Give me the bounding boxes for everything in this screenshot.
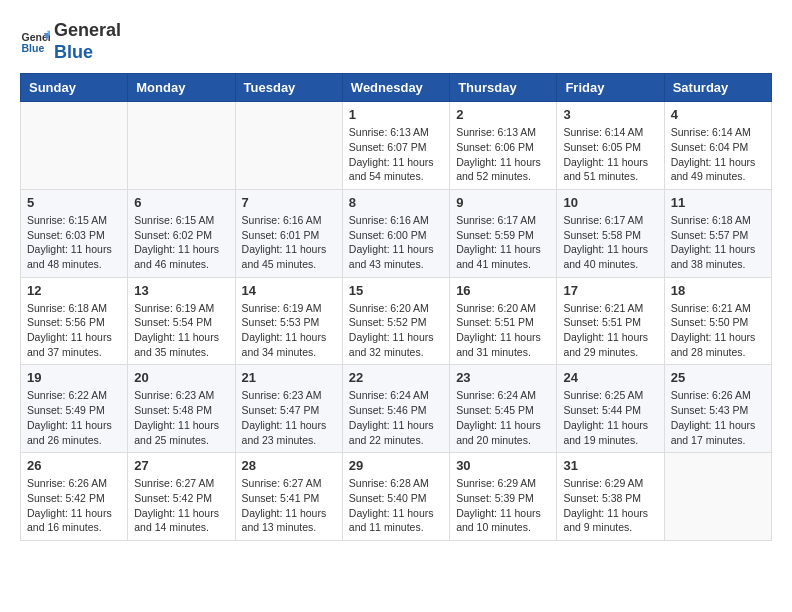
day-number: 1 <box>349 107 443 122</box>
day-info: Sunrise: 6:18 AM Sunset: 5:56 PM Dayligh… <box>27 301 121 360</box>
weekday-header-friday: Friday <box>557 74 664 102</box>
calendar-cell: 14Sunrise: 6:19 AM Sunset: 5:53 PM Dayli… <box>235 277 342 365</box>
calendar-cell: 22Sunrise: 6:24 AM Sunset: 5:46 PM Dayli… <box>342 365 449 453</box>
day-info: Sunrise: 6:20 AM Sunset: 5:51 PM Dayligh… <box>456 301 550 360</box>
calendar-cell: 7Sunrise: 6:16 AM Sunset: 6:01 PM Daylig… <box>235 189 342 277</box>
calendar-cell: 31Sunrise: 6:29 AM Sunset: 5:38 PM Dayli… <box>557 453 664 541</box>
calendar-cell <box>235 102 342 190</box>
day-number: 7 <box>242 195 336 210</box>
day-info: Sunrise: 6:26 AM Sunset: 5:43 PM Dayligh… <box>671 388 765 447</box>
day-info: Sunrise: 6:15 AM Sunset: 6:02 PM Dayligh… <box>134 213 228 272</box>
calendar-week-row: 1Sunrise: 6:13 AM Sunset: 6:07 PM Daylig… <box>21 102 772 190</box>
weekday-header-tuesday: Tuesday <box>235 74 342 102</box>
calendar-cell: 25Sunrise: 6:26 AM Sunset: 5:43 PM Dayli… <box>664 365 771 453</box>
calendar-cell: 10Sunrise: 6:17 AM Sunset: 5:58 PM Dayli… <box>557 189 664 277</box>
day-number: 11 <box>671 195 765 210</box>
calendar-cell: 8Sunrise: 6:16 AM Sunset: 6:00 PM Daylig… <box>342 189 449 277</box>
day-number: 28 <box>242 458 336 473</box>
day-info: Sunrise: 6:15 AM Sunset: 6:03 PM Dayligh… <box>27 213 121 272</box>
day-info: Sunrise: 6:29 AM Sunset: 5:39 PM Dayligh… <box>456 476 550 535</box>
calendar-cell: 23Sunrise: 6:24 AM Sunset: 5:45 PM Dayli… <box>450 365 557 453</box>
calendar-week-row: 12Sunrise: 6:18 AM Sunset: 5:56 PM Dayli… <box>21 277 772 365</box>
day-info: Sunrise: 6:25 AM Sunset: 5:44 PM Dayligh… <box>563 388 657 447</box>
calendar-week-row: 19Sunrise: 6:22 AM Sunset: 5:49 PM Dayli… <box>21 365 772 453</box>
day-number: 20 <box>134 370 228 385</box>
day-number: 30 <box>456 458 550 473</box>
day-info: Sunrise: 6:19 AM Sunset: 5:54 PM Dayligh… <box>134 301 228 360</box>
day-number: 8 <box>349 195 443 210</box>
weekday-header-monday: Monday <box>128 74 235 102</box>
day-info: Sunrise: 6:18 AM Sunset: 5:57 PM Dayligh… <box>671 213 765 272</box>
day-info: Sunrise: 6:26 AM Sunset: 5:42 PM Dayligh… <box>27 476 121 535</box>
day-info: Sunrise: 6:23 AM Sunset: 5:47 PM Dayligh… <box>242 388 336 447</box>
day-number: 16 <box>456 283 550 298</box>
day-number: 2 <box>456 107 550 122</box>
calendar-cell: 29Sunrise: 6:28 AM Sunset: 5:40 PM Dayli… <box>342 453 449 541</box>
calendar-cell: 20Sunrise: 6:23 AM Sunset: 5:48 PM Dayli… <box>128 365 235 453</box>
day-number: 21 <box>242 370 336 385</box>
day-number: 18 <box>671 283 765 298</box>
calendar-table: SundayMondayTuesdayWednesdayThursdayFrid… <box>20 73 772 541</box>
calendar-cell: 9Sunrise: 6:17 AM Sunset: 5:59 PM Daylig… <box>450 189 557 277</box>
calendar-cell: 24Sunrise: 6:25 AM Sunset: 5:44 PM Dayli… <box>557 365 664 453</box>
weekday-header-saturday: Saturday <box>664 74 771 102</box>
calendar-week-row: 26Sunrise: 6:26 AM Sunset: 5:42 PM Dayli… <box>21 453 772 541</box>
day-number: 17 <box>563 283 657 298</box>
weekday-header-sunday: Sunday <box>21 74 128 102</box>
calendar-cell: 4Sunrise: 6:14 AM Sunset: 6:04 PM Daylig… <box>664 102 771 190</box>
calendar-cell: 3Sunrise: 6:14 AM Sunset: 6:05 PM Daylig… <box>557 102 664 190</box>
calendar-cell: 1Sunrise: 6:13 AM Sunset: 6:07 PM Daylig… <box>342 102 449 190</box>
calendar-cell: 6Sunrise: 6:15 AM Sunset: 6:02 PM Daylig… <box>128 189 235 277</box>
day-number: 19 <box>27 370 121 385</box>
day-number: 15 <box>349 283 443 298</box>
day-number: 29 <box>349 458 443 473</box>
day-info: Sunrise: 6:24 AM Sunset: 5:45 PM Dayligh… <box>456 388 550 447</box>
day-number: 4 <box>671 107 765 122</box>
day-number: 3 <box>563 107 657 122</box>
day-info: Sunrise: 6:13 AM Sunset: 6:07 PM Dayligh… <box>349 125 443 184</box>
day-info: Sunrise: 6:29 AM Sunset: 5:38 PM Dayligh… <box>563 476 657 535</box>
calendar-body: 1Sunrise: 6:13 AM Sunset: 6:07 PM Daylig… <box>21 102 772 541</box>
calendar-cell: 19Sunrise: 6:22 AM Sunset: 5:49 PM Dayli… <box>21 365 128 453</box>
calendar-cell: 5Sunrise: 6:15 AM Sunset: 6:03 PM Daylig… <box>21 189 128 277</box>
calendar-cell: 2Sunrise: 6:13 AM Sunset: 6:06 PM Daylig… <box>450 102 557 190</box>
day-number: 12 <box>27 283 121 298</box>
day-number: 13 <box>134 283 228 298</box>
day-info: Sunrise: 6:28 AM Sunset: 5:40 PM Dayligh… <box>349 476 443 535</box>
calendar-week-row: 5Sunrise: 6:15 AM Sunset: 6:03 PM Daylig… <box>21 189 772 277</box>
logo-text: General Blue <box>54 20 121 63</box>
day-info: Sunrise: 6:13 AM Sunset: 6:06 PM Dayligh… <box>456 125 550 184</box>
calendar-cell <box>664 453 771 541</box>
day-number: 26 <box>27 458 121 473</box>
day-info: Sunrise: 6:14 AM Sunset: 6:04 PM Dayligh… <box>671 125 765 184</box>
day-number: 25 <box>671 370 765 385</box>
page-header: General Blue General Blue <box>20 20 772 63</box>
day-number: 5 <box>27 195 121 210</box>
calendar-cell: 13Sunrise: 6:19 AM Sunset: 5:54 PM Dayli… <box>128 277 235 365</box>
calendar-cell <box>128 102 235 190</box>
day-number: 24 <box>563 370 657 385</box>
day-info: Sunrise: 6:17 AM Sunset: 5:58 PM Dayligh… <box>563 213 657 272</box>
weekday-header-wednesday: Wednesday <box>342 74 449 102</box>
day-info: Sunrise: 6:24 AM Sunset: 5:46 PM Dayligh… <box>349 388 443 447</box>
day-info: Sunrise: 6:16 AM Sunset: 6:01 PM Dayligh… <box>242 213 336 272</box>
day-info: Sunrise: 6:27 AM Sunset: 5:41 PM Dayligh… <box>242 476 336 535</box>
weekday-header-thursday: Thursday <box>450 74 557 102</box>
day-info: Sunrise: 6:20 AM Sunset: 5:52 PM Dayligh… <box>349 301 443 360</box>
day-number: 22 <box>349 370 443 385</box>
day-number: 6 <box>134 195 228 210</box>
day-info: Sunrise: 6:16 AM Sunset: 6:00 PM Dayligh… <box>349 213 443 272</box>
day-info: Sunrise: 6:19 AM Sunset: 5:53 PM Dayligh… <box>242 301 336 360</box>
day-info: Sunrise: 6:23 AM Sunset: 5:48 PM Dayligh… <box>134 388 228 447</box>
day-number: 31 <box>563 458 657 473</box>
calendar-header-row: SundayMondayTuesdayWednesdayThursdayFrid… <box>21 74 772 102</box>
calendar-cell: 18Sunrise: 6:21 AM Sunset: 5:50 PM Dayli… <box>664 277 771 365</box>
day-number: 27 <box>134 458 228 473</box>
calendar-cell <box>21 102 128 190</box>
day-info: Sunrise: 6:22 AM Sunset: 5:49 PM Dayligh… <box>27 388 121 447</box>
logo-icon: General Blue <box>20 27 50 57</box>
calendar-cell: 11Sunrise: 6:18 AM Sunset: 5:57 PM Dayli… <box>664 189 771 277</box>
day-number: 9 <box>456 195 550 210</box>
calendar-cell: 26Sunrise: 6:26 AM Sunset: 5:42 PM Dayli… <box>21 453 128 541</box>
calendar-cell: 27Sunrise: 6:27 AM Sunset: 5:42 PM Dayli… <box>128 453 235 541</box>
